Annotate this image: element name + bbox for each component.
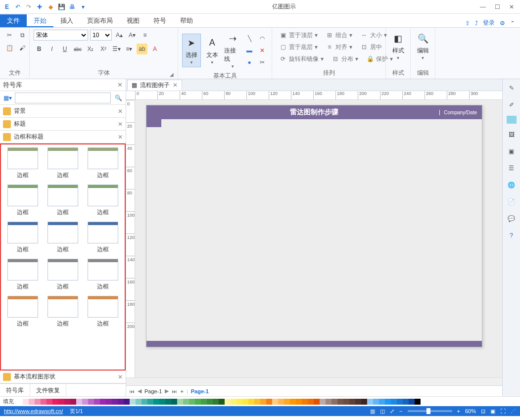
shape-item[interactable]: 边框 xyxy=(44,222,81,254)
color-swatch[interactable] xyxy=(82,399,88,405)
color-swatch[interactable] xyxy=(189,399,195,405)
ruler-vertical[interactable]: 020406080100120140160180200 xyxy=(126,100,135,377)
color-swatch[interactable] xyxy=(23,399,29,405)
shape-item[interactable]: 边框 xyxy=(4,147,41,180)
color-swatch[interactable] xyxy=(100,399,106,405)
connector-tool-button[interactable]: ⇢连接线▼ xyxy=(223,30,242,71)
font-grow-icon[interactable]: A▴ xyxy=(114,30,125,41)
numbering-icon[interactable]: ≡▾ xyxy=(124,44,135,54)
doc-tab-close-icon[interactable]: ✕ xyxy=(173,82,178,89)
shape-item[interactable]: 边框 xyxy=(4,259,41,291)
color-swatch[interactable] xyxy=(326,399,331,405)
tab-insert[interactable]: 插入 xyxy=(53,14,80,27)
status-url[interactable]: http://www.edrawsoft.cn/ xyxy=(4,408,63,414)
color-swatch[interactable] xyxy=(308,399,314,405)
color-swatch[interactable] xyxy=(41,399,47,405)
center-button[interactable]: ⊡居中 xyxy=(357,42,385,52)
page-next-icon[interactable]: ▶ xyxy=(165,388,169,394)
format-painter-icon[interactable]: 🖌 xyxy=(17,43,28,53)
color-swatch[interactable] xyxy=(349,399,355,405)
align-button[interactable]: ≡对齐▾ xyxy=(323,42,355,52)
undo-icon[interactable]: ↶ xyxy=(13,2,23,12)
color-swatch[interactable] xyxy=(64,399,70,405)
tool-edit-icon[interactable]: ✐ xyxy=(506,99,518,111)
font-dialog-launcher-icon[interactable]: ◢ xyxy=(170,72,174,77)
tool-fill-icon[interactable] xyxy=(507,116,517,124)
color-swatch[interactable] xyxy=(17,399,23,405)
color-swatch[interactable] xyxy=(337,399,343,405)
shape-item[interactable]: 边框 xyxy=(44,147,81,180)
color-swatch[interactable] xyxy=(355,399,361,405)
italic-button[interactable]: I xyxy=(47,44,57,54)
color-swatch[interactable] xyxy=(171,399,177,405)
font-shrink-icon[interactable]: A▾ xyxy=(127,30,138,41)
color-swatch[interactable] xyxy=(147,399,153,405)
settings-gear-icon[interactable]: ⚙ xyxy=(500,20,505,27)
color-swatch[interactable] xyxy=(130,399,136,405)
color-swatch[interactable] xyxy=(142,399,147,405)
color-swatch[interactable] xyxy=(136,399,142,405)
view-fit-icon[interactable]: ⤢ xyxy=(390,408,394,415)
color-swatch[interactable] xyxy=(391,399,397,405)
font-family-select[interactable]: 宋体 xyxy=(34,30,88,41)
cut-icon[interactable]: ✂ xyxy=(4,30,15,41)
shape-item[interactable]: 边框 xyxy=(85,222,122,254)
color-swatch[interactable] xyxy=(320,399,326,405)
tool-layers-icon[interactable]: ▣ xyxy=(506,145,518,157)
line-spacing-icon[interactable]: ≡ xyxy=(140,30,150,41)
share-icon[interactable]: ⇪ xyxy=(465,20,470,27)
color-swatch[interactable] xyxy=(29,399,35,405)
superscript-button[interactable]: X² xyxy=(98,44,109,54)
view-normal-icon[interactable]: ▥ xyxy=(370,408,375,415)
color-swatch[interactable] xyxy=(302,399,308,405)
crop-icon[interactable]: ✂ xyxy=(257,57,268,68)
sidebar-close-icon[interactable]: ✕ xyxy=(117,81,123,89)
color-swatch[interactable] xyxy=(266,399,272,405)
color-swatch[interactable] xyxy=(177,399,183,405)
login-link[interactable]: 登录 xyxy=(483,19,495,27)
rect-shape-icon[interactable]: ▬ xyxy=(244,45,255,56)
paste-icon[interactable]: 📋 xyxy=(4,43,15,53)
library-picker-icon[interactable]: ▦▾ xyxy=(2,93,13,103)
shape-item[interactable]: 边框 xyxy=(4,296,41,328)
color-swatch[interactable] xyxy=(118,399,124,405)
shape-item[interactable]: 边框 xyxy=(85,296,122,328)
save-icon[interactable]: 💾 xyxy=(56,2,66,12)
cat-close-icon[interactable]: ✕ xyxy=(118,373,123,380)
find-button[interactable]: 🔍编辑▼ xyxy=(415,30,431,62)
new-doc-icon[interactable]: ✚ xyxy=(35,2,45,12)
style-button[interactable]: ◧样式▼ xyxy=(390,30,406,62)
zoom-out-icon[interactable]: − xyxy=(399,408,402,414)
arc-shape-icon[interactable]: ◠ xyxy=(257,33,268,44)
tool-list-icon[interactable]: ☰ xyxy=(506,162,518,174)
page-prev-icon[interactable]: ◀ xyxy=(138,388,142,394)
color-swatch[interactable] xyxy=(88,399,94,405)
page[interactable]: 雷达图制作步骤 Company/Date xyxy=(146,105,482,347)
color-swatch[interactable] xyxy=(201,399,207,405)
tool-pencil-icon[interactable]: ✎ xyxy=(506,82,518,94)
app-logo-icon[interactable]: E xyxy=(2,2,12,12)
color-swatch[interactable] xyxy=(331,399,337,405)
fit-page-icon[interactable]: ▣ xyxy=(490,408,495,415)
tab-start[interactable]: 开始 xyxy=(27,14,53,27)
color-swatch[interactable] xyxy=(278,399,284,405)
highlight-icon[interactable]: ab xyxy=(137,44,147,54)
underline-button[interactable]: U xyxy=(59,44,70,54)
doc-tab-active[interactable]: ▦ 流程图例子 ✕ xyxy=(127,80,182,91)
color-swatch[interactable] xyxy=(213,399,219,405)
view-outline-icon[interactable]: ◫ xyxy=(380,408,385,415)
send-back-button[interactable]: ▢置于底层▾ xyxy=(276,42,321,52)
tab-file[interactable]: 文件 xyxy=(0,14,27,27)
close-icon[interactable]: ✕ xyxy=(509,3,514,10)
color-swatch[interactable] xyxy=(385,399,391,405)
color-swatch[interactable] xyxy=(231,399,236,405)
star-shape-icon[interactable]: ✕ xyxy=(257,45,268,56)
color-swatch[interactable] xyxy=(343,399,349,405)
size-button[interactable]: ↔大小▾ xyxy=(357,30,390,41)
color-swatch[interactable] xyxy=(124,399,130,405)
search-input[interactable] xyxy=(15,93,111,103)
tab-help[interactable]: 帮助 xyxy=(173,14,200,27)
color-swatch[interactable] xyxy=(207,399,213,405)
page-last-icon[interactable]: ⏭ xyxy=(172,388,177,394)
sidebar-cat-background[interactable]: 背景✕ xyxy=(0,105,126,118)
